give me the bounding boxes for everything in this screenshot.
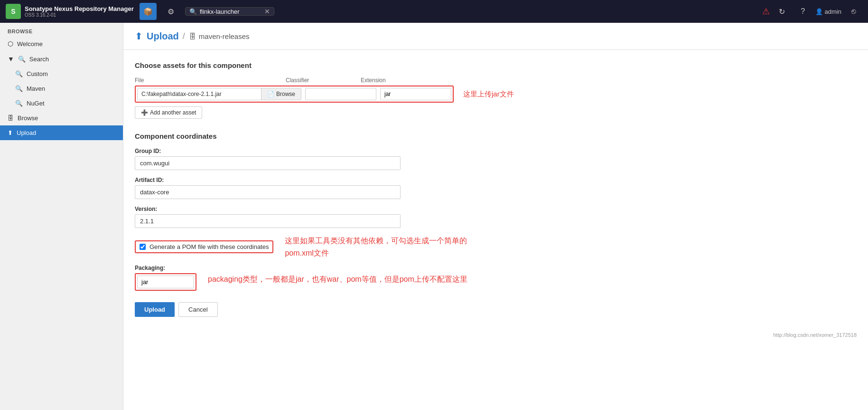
search-icon: 🔍 — [189, 8, 197, 15]
search-expand-icon: ▼ — [8, 55, 14, 63]
global-search-input[interactable] — [200, 8, 261, 15]
page-header: ⬆ Upload / 🗄 maven-releases — [123, 23, 868, 50]
upload-icon: ⬆ — [8, 129, 13, 136]
sidebar-item-label: Browse — [18, 114, 38, 122]
add-asset-button[interactable]: ➕ Add another asset — [135, 106, 202, 119]
sidebar-item-custom[interactable]: 🔍 Custom — [0, 67, 123, 81]
search-clear-icon[interactable]: ✕ — [264, 8, 270, 15]
nav-gear-icon[interactable]: ⚙ — [162, 3, 179, 20]
user-icon: 👤 — [815, 8, 823, 15]
repo-icon: 🗄 — [189, 32, 196, 40]
sidebar-item-search[interactable]: ▼ 🔍 Search — [0, 51, 123, 67]
artifact-id-input[interactable] — [135, 185, 401, 199]
main-content: ⬆ Upload / 🗄 maven-releases Choose asset… — [123, 23, 868, 410]
browse-button[interactable]: 📄 Browse — [261, 88, 301, 100]
main-layout: Browse ⬡ Welcome ▼ 🔍 Search 🔍 Custom 🔍 M… — [0, 23, 868, 410]
add-icon: ➕ — [141, 109, 148, 116]
component-coordinates-section: Component coordinates Group ID: Artifact… — [135, 132, 857, 317]
upload-header-icon: ⬆ — [135, 30, 143, 42]
packaging-label: Packaging: — [135, 265, 196, 271]
sidebar-item-label: Maven — [27, 85, 45, 92]
asset-row-container: 📄 Browse 这里上传jar文件 — [135, 86, 857, 103]
refresh-icon[interactable]: ↻ — [774, 3, 791, 20]
search-icon: 🔍 — [18, 56, 26, 63]
annotation-upload-jar: 这里上传jar文件 — [463, 90, 514, 99]
coord-section-title: Component coordinates — [135, 132, 857, 140]
user-menu: 👤 admin — [815, 8, 841, 15]
file-input-group: 📄 Browse — [137, 88, 301, 100]
sidebar-item-label: Welcome — [17, 40, 43, 48]
global-search-box: 🔍 ✕ — [185, 7, 274, 16]
version-input[interactable] — [135, 214, 401, 228]
packaging-row-container: Packaging: packaging类型，一般都是jar，也有war、pom… — [135, 265, 857, 291]
packaging-group: Packaging: — [135, 265, 196, 291]
footer-note: http://blog.csdn.net/xomer_3172518 — [123, 328, 868, 342]
navbar-right: ⚠ ↻ ? 👤 admin ⎋ — [762, 3, 862, 20]
maven-search-icon: 🔍 — [15, 85, 23, 92]
generate-pom-row: Generate a POM file with these coordinat… — [135, 235, 857, 259]
sidebar-item-upload[interactable]: ⬆ Upload — [0, 125, 123, 140]
extension-label: Extension — [361, 77, 432, 84]
group-id-input[interactable] — [135, 156, 401, 170]
asset-highlight-box: 📄 Browse — [135, 86, 454, 103]
breadcrumb-repo: 🗄 maven-releases — [189, 32, 250, 40]
packaging-highlight-box — [135, 273, 196, 291]
username: admin — [825, 8, 841, 15]
generate-pom-label[interactable]: Generate a POM file with these coordinat… — [149, 243, 269, 250]
classifier-input[interactable] — [305, 88, 376, 100]
sidebar-item-browse[interactable]: 🗄 Browse — [0, 111, 123, 125]
classifier-label: Classifier — [286, 77, 357, 84]
group-id-group: Group ID: — [135, 148, 857, 170]
cancel-button[interactable]: Cancel — [178, 302, 217, 317]
version-label: Version: — [135, 206, 857, 212]
artifact-id-label: Artifact ID: — [135, 177, 857, 183]
file-path-input[interactable] — [138, 88, 261, 100]
sidebar-item-label: NuGet — [27, 100, 45, 107]
action-buttons: Upload Cancel — [135, 302, 857, 317]
upload-button[interactable]: Upload — [135, 302, 175, 317]
signout-icon[interactable]: ⎋ — [845, 3, 862, 20]
sidebar-section-title: Browse — [0, 23, 123, 36]
content-area: Choose assets for this component File Cl… — [123, 50, 868, 328]
extension-input[interactable] — [380, 88, 451, 100]
annotation-pom: 这里如果工具类没有其他依赖，可勾选生成一个简单的pom.xml文件 — [285, 235, 467, 259]
app-title: Sonatype Nexus Repository Manager — [25, 5, 134, 12]
sidebar-item-nuget[interactable]: 🔍 NuGet — [0, 96, 123, 111]
annotation-packaging: packaging类型，一般都是jar，也有war、pom等值，但是pom上传不… — [208, 273, 467, 286]
welcome-icon: ⬡ — [8, 40, 13, 48]
sidebar-item-maven[interactable]: 🔍 Maven — [0, 81, 123, 96]
browse-icon: 🗄 — [8, 114, 14, 122]
navbar: S Sonatype Nexus Repository Manager OSS … — [0, 0, 868, 23]
help-icon[interactable]: ? — [794, 3, 812, 20]
sidebar-item-welcome[interactable]: ⬡ Welcome — [0, 36, 123, 51]
generate-pom-highlight: Generate a POM file with these coordinat… — [135, 240, 273, 253]
sidebar-item-label: Search — [29, 56, 49, 63]
choose-assets-section: Choose assets for this component File Cl… — [135, 61, 857, 119]
file-label: File — [135, 77, 282, 84]
alert-icon: ⚠ — [762, 6, 770, 17]
packaging-input[interactable] — [137, 276, 194, 288]
nav-box-icon[interactable]: 📦 — [140, 3, 157, 20]
version-group: Version: — [135, 206, 857, 228]
generate-pom-checkbox[interactable] — [140, 244, 146, 250]
sidebar-item-label: Custom — [27, 70, 48, 77]
page-title: Upload — [147, 31, 179, 42]
choose-assets-title: Choose assets for this component — [135, 61, 857, 69]
app-version: OSS 3.16.2-01 — [25, 12, 134, 18]
sidebar-item-label: Upload — [17, 129, 36, 136]
browse-file-icon: 📄 — [267, 91, 274, 97]
custom-search-icon: 🔍 — [15, 70, 23, 77]
nuget-search-icon: 🔍 — [15, 100, 23, 107]
artifact-id-group: Artifact ID: — [135, 177, 857, 199]
group-id-label: Group ID: — [135, 148, 857, 154]
breadcrumb-sep: / — [183, 31, 185, 41]
asset-column-labels: File Classifier Extension — [135, 77, 857, 84]
brand: S Sonatype Nexus Repository Manager OSS … — [6, 4, 134, 19]
app-logo: S — [6, 4, 21, 19]
sidebar: Browse ⬡ Welcome ▼ 🔍 Search 🔍 Custom 🔍 M… — [0, 23, 123, 410]
